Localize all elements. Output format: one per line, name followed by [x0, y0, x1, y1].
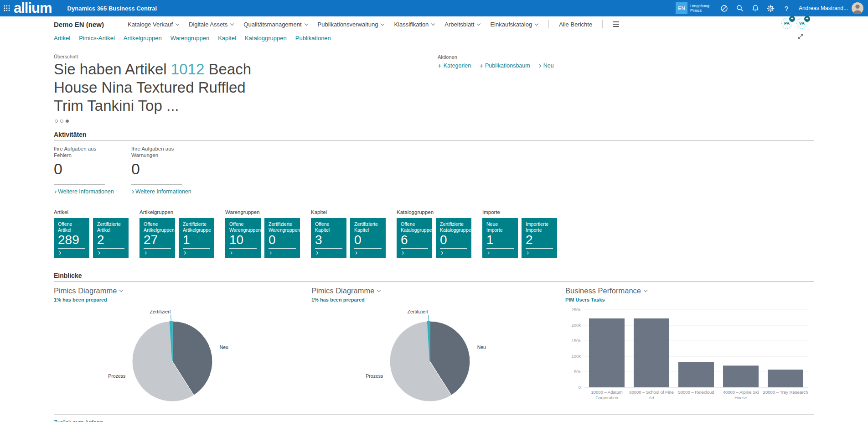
subnav-link-pimics-artikel[interactable]: Pimics-Artikel	[79, 35, 115, 42]
tile-value: 0	[440, 233, 467, 247]
role-badge-pa[interactable]: PA+	[781, 18, 793, 30]
chevron-down-icon	[535, 21, 538, 25]
nav-menu-qualitatsmanagement[interactable]: Qualitätsmanagement	[243, 21, 307, 28]
headline-text: Sie haben Artikel 1012 Beach House Nina …	[54, 60, 257, 115]
headline-number-link[interactable]: 1012	[171, 61, 204, 78]
tile-offene-kapitel[interactable]: Offene Kapitel3	[311, 218, 346, 258]
notifications-bell-icon[interactable]	[749, 1, 762, 15]
carousel-dot-active[interactable]	[66, 120, 69, 123]
nav-menu-digitale-assets[interactable]: Digitale Assets	[189, 21, 233, 28]
tile-label: Offene Artikelgruppen	[144, 221, 171, 233]
tile-label: Importierte Importe	[526, 221, 553, 233]
subnav-link-kapitel[interactable]: Kapitel	[218, 35, 236, 42]
expand-icon[interactable]	[797, 33, 804, 40]
chart-subtitle[interactable]: PIM Users Tasks	[565, 297, 814, 302]
dynamics-365-icon[interactable]	[718, 1, 731, 15]
nav-menu-label: Klassifikation	[394, 21, 429, 28]
help-icon[interactable]: ?	[780, 1, 793, 15]
cue-ihre-aufgaben-aus-fehlern[interactable]: Ihre Aufgaben aus Fehlern0Weitere Inform…	[54, 146, 131, 195]
role-badge-va[interactable]: VA+	[796, 18, 808, 30]
cue-link-label: Weitere Informationen	[58, 188, 114, 195]
chevron-right-icon	[269, 251, 272, 255]
nav-menu-label: Arbeitsblatt	[444, 21, 474, 28]
tile-group-title: Artikelgruppen	[140, 209, 214, 215]
settings-gear-icon[interactable]	[764, 1, 778, 15]
chart-title[interactable]: Pimics Diagramme	[54, 287, 311, 295]
tile-importierte-importe[interactable]: Importierte Importe2	[522, 218, 557, 258]
tile-zertifizierte-kataloggruppen[interactable]: Zertifizierte Kataloggruppen0	[436, 218, 471, 258]
pie-chart-2: NeuProzessZertifiziert	[352, 303, 565, 412]
nav-menu-label: Digitale Assets	[189, 21, 227, 28]
subnav-link-publikationen[interactable]: Publikationen	[295, 35, 331, 42]
tile-group-importe: ImporteNeue Importe1Importierte Importe2	[482, 209, 557, 258]
tile-offene-warengruppen[interactable]: Offene Warengruppen10	[225, 218, 261, 258]
subnav-link-artikel[interactable]: Artikel	[54, 35, 70, 42]
action-neu[interactable]: Neu	[538, 63, 554, 69]
company-switcher[interactable]: Demo EN (new)	[54, 21, 104, 28]
chevron-right-icon	[440, 251, 443, 255]
chart-title[interactable]: Business Performance	[565, 287, 814, 295]
carousel-dot[interactable]	[55, 120, 58, 123]
tile-label: Zertifizierte Kataloggruppen	[440, 221, 467, 233]
tile-label: Offene Warengruppen	[229, 221, 257, 233]
tile-value: 1	[486, 233, 514, 247]
actions-label: Aktionen	[438, 54, 562, 60]
nav-menu-einkaufskatalog[interactable]: Einkaufskatalog	[490, 21, 538, 28]
pie-label-prozess: Prozess	[108, 373, 125, 379]
y-tick-label: 250k	[571, 307, 581, 312]
cue-more-link[interactable]: Weitere Informationen	[131, 188, 209, 195]
cue-label: Ihre Aufgaben aus Warnungen	[131, 146, 188, 158]
cue-more-link[interactable]: Weitere Informationen	[54, 188, 131, 195]
chevron-right-icon	[486, 251, 490, 255]
environment-chip[interactable]: EN Umgebung: Pimics	[676, 2, 710, 14]
footer-divider	[54, 414, 814, 415]
action-label: Neu	[543, 63, 554, 69]
tile-value: 27	[144, 233, 171, 247]
app-launcher-icon[interactable]	[0, 0, 14, 16]
tile-divider	[269, 248, 296, 249]
nav-all-reports[interactable]: Alle Berichte	[559, 21, 592, 28]
tile-offene-artikel[interactable]: Offene Artikel289	[54, 218, 89, 258]
tile-value: 10	[229, 233, 257, 247]
nav-menu-label: Einkaufskatalog	[490, 21, 532, 28]
tile-offene-kataloggruppen[interactable]: Offene Kataloggruppen6	[397, 218, 432, 258]
chevron-down-icon	[431, 21, 435, 25]
cue-ihre-aufgaben-aus-warnungen[interactable]: Ihre Aufgaben aus Warnungen0Weitere Info…	[131, 146, 209, 195]
chevron-right-icon	[131, 190, 134, 193]
nav-menu-label: Kataloge Verkauf	[128, 21, 173, 28]
section-divider	[54, 281, 814, 282]
tile-group-title: Kataloggruppen	[397, 209, 471, 215]
nav-divider	[602, 20, 603, 28]
nav-menu-arbeitsblatt[interactable]: Arbeitsblatt	[444, 21, 480, 28]
tile-offene-artikelgruppen[interactable]: Offene Artikelgruppen27	[140, 218, 175, 258]
back-to-top-link[interactable]: Zurück zum Anfang	[54, 419, 103, 422]
tile-value: 1	[183, 233, 210, 247]
subnav-link-kataloggruppen[interactable]: Kataloggruppen	[245, 35, 287, 42]
tile-zertifizierte-kapitel[interactable]: Zertifizierte Kapitel0	[350, 218, 386, 258]
environment-badge: EN	[676, 2, 687, 14]
subnav-link-warengruppen[interactable]: Warengruppen	[170, 35, 210, 42]
action-publikationsbaum[interactable]: +Publikationsbaum	[479, 63, 530, 69]
user-avatar[interactable]	[852, 2, 863, 14]
insights-section: Einblicke Pimics Diagramme 1% has been p…	[54, 272, 814, 413]
chart-subtitle[interactable]: 1% has been prepared	[54, 297, 311, 302]
nav-menu-kataloge-verkauf[interactable]: Kataloge Verkauf	[128, 21, 179, 28]
nav-menu-publikationsverwaltung[interactable]: Publikationsverwaltung	[318, 21, 384, 28]
user-name[interactable]: Andreas Mastrand...	[799, 5, 848, 11]
chart-title[interactable]: Pimics Diagramme	[311, 287, 565, 295]
tile-zertifizierte-warengruppen[interactable]: Zertifizierte Warengruppen0	[264, 218, 300, 258]
more-menu-icon[interactable]	[613, 20, 619, 28]
tile-zertifizierte-artikelgruppe[interactable]: Zertifizierte Artikelgruppe1	[179, 218, 214, 258]
carousel-dot[interactable]	[60, 120, 63, 123]
nav-menu-label: Qualitätsmanagement	[243, 21, 301, 28]
tile-neue-importe[interactable]: Neue Importe1	[482, 218, 518, 258]
tile-zertifizierte-artikel[interactable]: Zertifizierte Artikel2	[93, 218, 129, 258]
search-icon[interactable]	[733, 1, 747, 15]
app-title[interactable]: Dynamics 365 Business Central	[67, 5, 157, 12]
nav-menu-klassifikation[interactable]: Klassifikation	[394, 21, 434, 28]
action-kategorien[interactable]: +Kategorien	[438, 63, 471, 69]
allium-logo[interactable]: allium	[14, 1, 52, 15]
chevron-down-icon	[230, 21, 234, 25]
subnav-link-artikelgruppen[interactable]: Artikelgruppen	[124, 35, 162, 42]
chart-subtitle[interactable]: 1% has been prepared	[311, 297, 565, 302]
